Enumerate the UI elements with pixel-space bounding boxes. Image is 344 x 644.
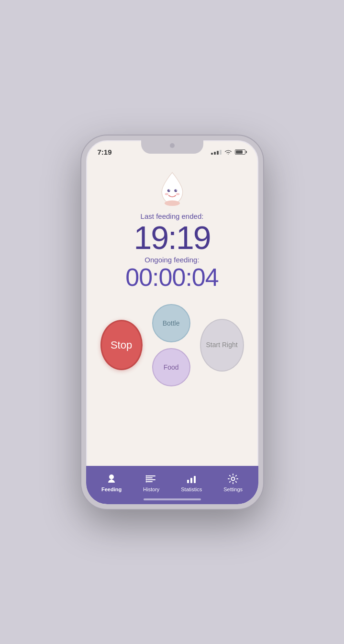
svg-point-2	[174, 189, 177, 192]
tab-history-label: History	[143, 486, 159, 492]
svg-point-6	[176, 193, 179, 195]
tab-history[interactable]: History	[137, 470, 165, 495]
tab-statistics-label: Statistics	[181, 486, 202, 492]
phone-notch	[141, 140, 203, 154]
svg-point-12	[146, 475, 147, 476]
main-content: Last feeding ended: 19:19 Ongoing feedin…	[86, 159, 258, 466]
tab-feeding-label: Feeding	[101, 486, 122, 492]
svg-rect-16	[187, 480, 189, 483]
phone-frame: 7:19	[81, 136, 263, 509]
ongoing-feeding-label: Ongoing feeding:	[144, 256, 199, 264]
svg-point-5	[165, 193, 168, 195]
svg-rect-18	[194, 476, 196, 483]
wifi-icon	[224, 149, 233, 156]
svg-point-19	[232, 477, 235, 480]
middle-buttons: Bottle Food	[152, 304, 190, 386]
signal-icon	[211, 150, 222, 155]
status-icons	[211, 149, 247, 156]
svg-rect-17	[190, 478, 192, 483]
start-right-button[interactable]: Start Right	[200, 319, 244, 372]
tab-settings[interactable]: Settings	[218, 470, 248, 495]
bottle-button[interactable]: Bottle	[152, 304, 190, 342]
camera	[170, 143, 175, 148]
last-feeding-label: Last feeding ended:	[141, 212, 204, 220]
svg-point-4	[176, 189, 177, 190]
status-time: 7:19	[98, 148, 112, 156]
history-icon	[145, 473, 157, 485]
svg-point-0	[165, 200, 180, 206]
food-button[interactable]: Food	[152, 348, 190, 386]
last-feeding-time: 19:19	[133, 221, 210, 254]
svg-point-15	[146, 481, 147, 482]
tab-feeding[interactable]: Feeding	[96, 470, 127, 495]
stop-button[interactable]: Stop	[100, 320, 143, 370]
svg-point-14	[146, 479, 147, 480]
settings-icon	[227, 473, 239, 485]
svg-point-1	[167, 189, 170, 192]
tab-settings-label: Settings	[223, 486, 243, 492]
svg-point-3	[168, 189, 169, 190]
statistics-icon	[186, 473, 197, 485]
feeding-icon	[106, 473, 117, 485]
home-indicator	[144, 498, 201, 500]
svg-point-13	[146, 477, 147, 478]
svg-point-7	[109, 475, 114, 479]
battery-icon	[235, 149, 247, 155]
ongoing-timer: 00:00:04	[125, 265, 218, 290]
action-buttons: Stop Bottle Food Start Right	[96, 304, 249, 386]
tab-statistics[interactable]: Statistics	[175, 470, 208, 495]
mascot-icon	[153, 169, 191, 207]
